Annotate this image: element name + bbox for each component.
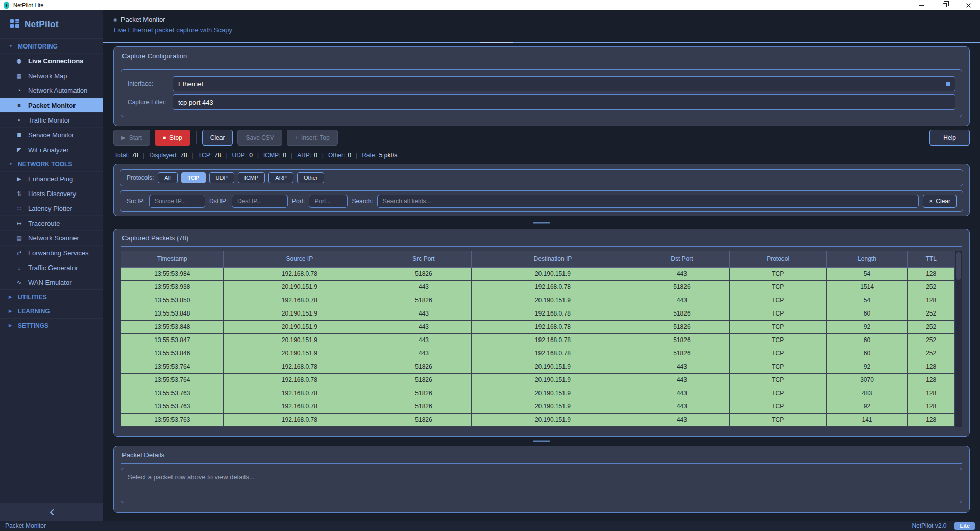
column-header-destination-ip[interactable]: Destination IP <box>471 251 634 267</box>
app-shield-bolt-icon <box>3 1 10 9</box>
stat-divider: | <box>192 152 193 159</box>
protocol-filter-udp[interactable]: UDP <box>209 172 234 183</box>
column-header-source-ip[interactable]: Source IP <box>223 251 376 267</box>
column-header-timestamp[interactable]: Timestamp <box>121 251 223 267</box>
table-row[interactable]: 13:55:53.850192.168.0.785182620.190.151.… <box>121 294 954 307</box>
down-arrow-icon: ↓ <box>15 264 23 271</box>
cell-length: 60 <box>826 347 908 360</box>
clear-filters-button[interactable]: × Clear <box>923 195 957 208</box>
sidebar-item-network-map[interactable]: ▦Network Map <box>0 68 103 83</box>
sidebar-section-utilities[interactable]: ▶UTILITIES <box>0 289 103 304</box>
sidebar-item-network-automation[interactable]: ◔Network Automation <box>0 83 103 98</box>
sidebar-nav: ▼MONITORING◉Live Connections▦Network Map… <box>0 39 103 503</box>
column-header-length[interactable]: Length <box>826 251 908 267</box>
insert-top-button[interactable]: ↕Insert: Top <box>287 130 338 146</box>
src-ip-input[interactable] <box>149 195 205 208</box>
chevron-right-icon: ▶ <box>9 295 14 299</box>
status-message: Packet Monitor <box>5 522 46 529</box>
splitter-handle-packets[interactable] <box>533 222 550 224</box>
sidebar-item-enhanced-ping[interactable]: ▶Enhanced Ping <box>0 171 103 186</box>
table-row[interactable]: 13:55:53.84820.190.151.9443192.168.0.785… <box>121 307 954 320</box>
table-row[interactable]: 13:55:53.84620.190.151.9443192.168.0.785… <box>121 347 954 360</box>
sidebar-section-settings[interactable]: ▶SETTINGS <box>0 318 103 332</box>
search-input[interactable] <box>377 195 919 208</box>
table-row[interactable]: 13:55:53.93820.190.151.9443192.168.0.785… <box>121 280 954 294</box>
sidebar-item-wan-emulator[interactable]: ∿WAN Emulator <box>0 275 103 289</box>
clear-filters-label: Clear <box>936 198 950 205</box>
start-button[interactable]: ▶Start <box>113 130 150 146</box>
close-icon <box>966 3 971 8</box>
sidebar-item-packet-monitor[interactable]: ≡Packet Monitor <box>0 98 103 112</box>
column-header-protocol[interactable]: Protocol <box>729 251 826 267</box>
close-button[interactable] <box>957 0 980 10</box>
sidebar-item-network-scanner[interactable]: ▤Network Scanner <box>0 230 103 245</box>
mapsto-icon: ↦ <box>15 220 23 227</box>
sidebar-section-learning[interactable]: ▶LEARNING <box>0 304 103 318</box>
separator <box>121 64 962 64</box>
sidebar-collapse-button[interactable] <box>0 503 103 521</box>
sidebar-item-forwarding-services[interactable]: ⇄Forwarding Services <box>0 245 103 260</box>
protocol-filter-all[interactable]: All <box>158 172 177 183</box>
help-button[interactable]: Help <box>929 130 970 146</box>
table-row[interactable]: 13:55:53.984192.168.0.785182620.190.151.… <box>121 267 954 280</box>
cell-protocol: TCP <box>729 387 826 400</box>
table-row[interactable]: 13:55:53.763192.168.0.785182620.190.151.… <box>121 400 954 413</box>
table-row[interactable]: 13:55:53.763192.168.0.785182620.190.151.… <box>121 387 954 400</box>
button-label: Insert: Top <box>301 134 330 141</box>
port-input[interactable] <box>309 195 348 208</box>
stats-bar: Total:78|Displayed:78|TCP:78|UDP:0|ICMP:… <box>114 151 969 159</box>
sidebar-item-label: Packet Monitor <box>28 102 76 109</box>
column-header-src-port[interactable]: Src Port <box>376 251 472 267</box>
table-row[interactable]: 13:55:53.764192.168.0.785182620.190.151.… <box>121 373 954 387</box>
button-label: Save CSV <box>246 134 274 141</box>
protocol-filter-other[interactable]: Other <box>297 172 325 183</box>
capture-configuration-panel: Capture Configuration Interface: Etherne… <box>113 46 970 126</box>
protocol-filter-arp[interactable]: ARP <box>268 172 293 183</box>
scanner-icon: ▤ <box>15 235 23 242</box>
app-brand: NetPilot <box>0 10 103 39</box>
sidebar-section-monitoring[interactable]: ▼MONITORING <box>0 39 103 53</box>
sidebar-item-traffic-generator[interactable]: ↓Traffic Generator <box>0 260 103 275</box>
stat-value-icmp: 0 <box>283 152 286 159</box>
stop-button[interactable]: ■Stop <box>155 130 190 146</box>
stat-value-total: 78 <box>132 152 138 159</box>
cell-src-port: 51826 <box>376 267 472 280</box>
minimize-button[interactable] <box>910 0 933 10</box>
table-row[interactable]: 13:55:53.764192.168.0.785182620.190.151.… <box>121 360 954 373</box>
wave-icon: ∿ <box>15 279 23 286</box>
section-label: SETTINGS <box>18 322 48 329</box>
save-csv-button[interactable]: Save CSV <box>237 130 282 146</box>
table-row[interactable]: 13:55:53.84820.190.151.9443192.168.0.785… <box>121 320 954 333</box>
packets-table: TimestampSource IPSrc PortDestination IP… <box>121 251 954 427</box>
restore-button[interactable] <box>933 0 957 10</box>
sidebar-item-live-connections[interactable]: ◉Live Connections <box>0 53 103 68</box>
capture-filter-input[interactable] <box>173 94 955 110</box>
cell-protocol: TCP <box>729 267 826 280</box>
table-scrollbar[interactable] <box>954 251 962 427</box>
sidebar-section-network-tools[interactable]: ▼NETWORK TOOLS <box>0 157 103 171</box>
clear-button[interactable]: Clear <box>202 130 233 146</box>
interface-select[interactable]: Ethernet <box>173 76 955 91</box>
sidebar-item-wifi-analyzer[interactable]: ◤WiFi Analyzer <box>0 142 103 157</box>
sidebar-item-traceroute[interactable]: ↦Traceroute <box>0 215 103 230</box>
packet-details-text[interactable]: Select a packet row above to view detail… <box>121 468 962 503</box>
sidebar-item-latency-plotter[interactable]: ∷Latency Plotter <box>0 201 103 215</box>
section-label: LEARNING <box>18 308 50 315</box>
splitter-handle-top[interactable] <box>103 42 980 43</box>
dst-ip-input[interactable] <box>232 195 288 208</box>
sidebar-item-service-monitor[interactable]: ≣Service Monitor <box>0 127 103 142</box>
column-header-ttl[interactable]: TTL <box>908 251 954 267</box>
protocol-filter-icmp[interactable]: ICMP <box>238 172 265 183</box>
sidebar-item-traffic-monitor[interactable]: ▪Traffic Monitor <box>0 112 103 127</box>
splitter-handle-details[interactable] <box>533 441 550 442</box>
protocol-filter-tcp[interactable]: TCP <box>181 172 206 183</box>
scrollbar-thumb[interactable] <box>956 252 961 280</box>
sidebar-item-hosts-discovery[interactable]: ⇅Hosts Discovery <box>0 186 103 201</box>
sidebar-item-label: Network Scanner <box>28 234 79 242</box>
cell-source-ip: 192.168.0.78 <box>223 360 376 373</box>
cell-src-port: 443 <box>376 307 472 320</box>
table-row[interactable]: 13:55:53.84720.190.151.9443192.168.0.785… <box>121 333 954 347</box>
table-row[interactable]: 13:55:53.763192.168.0.785182620.190.151.… <box>121 413 954 426</box>
stat-divider: | <box>226 152 227 159</box>
column-header-dst-port[interactable]: Dst Port <box>634 251 729 267</box>
